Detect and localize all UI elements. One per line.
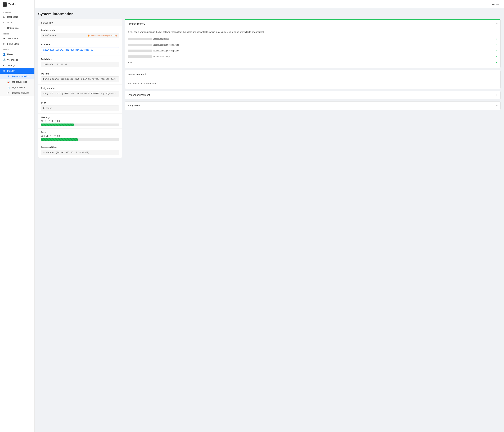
users-icon: 👤 <box>3 53 6 55</box>
sidebar-item-settings[interactable]: ⚙ Settings <box>0 63 35 68</box>
page-title: System information <box>38 12 501 16</box>
permission-row: /zealot/zealot/tmp✓ <box>128 54 498 60</box>
monitor-submenu: ℹ System information 📊 Background jobs 📄… <box>0 74 35 96</box>
permission-check-icon: ✓ <box>495 49 498 53</box>
blurred-path <box>128 55 152 58</box>
memory-progress-bg <box>41 123 119 126</box>
apps-icon: ⊙ <box>3 21 6 24</box>
disk-value: 224 GB / 477 GB <box>41 135 119 137</box>
file-permissions-toggle[interactable]: − <box>496 22 498 26</box>
database-icon: 🗄 <box>7 92 10 94</box>
vcs-ref-label: VCS Ref <box>41 43 119 46</box>
zealot-version-section: Zealot version development 🔥 Found new v… <box>38 26 122 41</box>
permission-row: /zealot/zealot/public/backup✓ <box>128 42 498 48</box>
monitor-arrow: ▾ <box>31 70 32 72</box>
permission-list: /zealot/zealot/log✓/zealot/zealot/public… <box>128 36 498 65</box>
page-analytics-icon: 📄 <box>7 86 10 89</box>
main-area: ☰ Admin ▾ System information Server info… <box>35 0 504 432</box>
permission-check-icon: ✓ <box>495 43 498 46</box>
permission-row: /zealot/zealot/public/uploads✓ <box>128 48 498 54</box>
sidebar-item-label: Apps <box>7 21 12 24</box>
system-environment-title: System environment <box>128 93 150 96</box>
permission-check-icon: ✓ <box>495 61 498 64</box>
version-row: development 🔥 Found new version (dev mod… <box>41 33 119 38</box>
volume-mounted-toggle[interactable]: − <box>496 72 498 76</box>
sidebar-item-debug-files[interactable]: ✦ Debug files <box>0 25 35 31</box>
sidebar-item-label: Page analytics <box>11 86 25 89</box>
volume-fail-text: Fail to detect disk information <box>128 81 498 86</box>
build-date-label: Build date <box>41 58 119 60</box>
server-info-card: Server info Zealot version development 🔥… <box>38 19 122 158</box>
sidebar-item-label: Webhooks <box>7 59 18 61</box>
build-date-value: 2020-05-12 23:11:33 <box>41 62 119 67</box>
permission-path: /zealot/zealot/log <box>153 38 494 40</box>
permission-path: /zealot/zealot/tmp <box>153 55 494 58</box>
webhooks-icon: ⚓ <box>3 58 6 61</box>
cpu-label: CPU <box>41 101 119 104</box>
system-environment-header[interactable]: System environment + <box>125 91 500 99</box>
sidebar-item-background-jobs[interactable]: 📊 Background jobs <box>0 79 35 85</box>
file-permissions-body: If you see a warning icon in the list be… <box>125 28 500 68</box>
dashboard-icon: ⊞ <box>3 15 6 18</box>
sidebar-item-apps[interactable]: ⊙ Apps <box>0 19 35 25</box>
topbar-left: ☰ <box>38 2 41 6</box>
file-permissions-title: File permissions <box>128 22 145 25</box>
sidebar-item-page-analytics[interactable]: 📄 Page analytics <box>0 85 35 90</box>
logo-text: Zealot <box>8 3 17 6</box>
sidebar-item-label: Teardowns <box>7 37 18 40</box>
sidebar-item-database-analytics[interactable]: 🗄 Database analytics <box>0 90 35 96</box>
disk-progress-fill <box>41 138 78 141</box>
file-permissions-header[interactable]: File permissions − <box>125 19 500 28</box>
teardowns-icon: ◈ <box>3 37 6 40</box>
volume-mounted-header[interactable]: Volume mounted − <box>125 70 500 78</box>
server-info-header: Server info <box>38 19 122 26</box>
sidebar-item-label: Background jobs <box>11 81 27 83</box>
ruby-gems-toggle[interactable]: + <box>496 104 498 107</box>
zealot-version-label: Zealot version <box>41 29 119 31</box>
content-area: System information Server info Zealot ve… <box>35 8 504 432</box>
blurred-path <box>128 50 152 52</box>
system-environment-panel: System environment + <box>125 91 501 100</box>
hamburger-icon[interactable]: ☰ <box>38 2 41 6</box>
cpu-section: CPU 8 Cores <box>38 99 122 114</box>
logo-area[interactable]: Z Zealot <box>0 0 35 9</box>
os-info-section: OS info Darwin sanhuo-ql3x.local 20.6.0 … <box>38 70 122 84</box>
admin-section-label: Admin <box>0 46 35 51</box>
permission-row: /tmp✓ <box>128 60 498 65</box>
left-column: Server info Zealot version development 🔥… <box>38 19 122 158</box>
sidebar: Z Zealot Function ⊞ Dashboard ⊙ Apps ✦ D… <box>0 0 35 432</box>
debug-icon: ✦ <box>3 27 6 29</box>
monitor-menu-header[interactable]: ▦ Monitor ▾ <box>0 68 35 74</box>
admin-menu[interactable]: Admin ▾ <box>492 3 501 5</box>
sidebar-item-label: Fetch UDID <box>7 43 19 45</box>
sidebar-item-users[interactable]: 👤 Users <box>0 51 35 57</box>
right-column: File permissions − If you see a warning … <box>125 19 501 112</box>
admin-label: Admin <box>492 3 499 5</box>
ruby-gems-header[interactable]: Ruby Gems + <box>125 102 500 110</box>
memory-progress-fill <box>41 123 74 126</box>
sidebar-item-dashboard[interactable]: ⊞ Dashboard <box>0 14 35 19</box>
ruby-version-section: Ruby version ruby 2.7.2p137 (2020-10-01 … <box>38 84 122 99</box>
logo-icon: Z <box>3 2 7 7</box>
vcs-ref-value[interactable]: a227fd00b698da7374cb27c8c4adfa224bcc9768 <box>41 47 119 53</box>
function-section-label: Function <box>0 9 35 14</box>
sidebar-item-fetch-udid[interactable]: ◎ Fetch UDID <box>0 41 35 46</box>
fetch-udid-icon: ◎ <box>3 42 6 45</box>
settings-icon: ⚙ <box>3 64 6 67</box>
os-info-value: Darwin sanhuo-ql3x.local 20.6.0 Darwin K… <box>41 76 119 82</box>
sidebar-item-label: Database analytics <box>11 92 29 94</box>
sidebar-item-webhooks[interactable]: ⚓ Webhooks <box>0 57 35 63</box>
system-environment-toggle[interactable]: + <box>496 93 498 97</box>
sidebar-item-label: Dashboard <box>7 16 18 18</box>
memory-section: Memory 12 GB / 28.7 GB <box>38 114 122 129</box>
vcs-ref-section: VCS Ref a227fd00b698da7374cb27c8c4adfa22… <box>38 41 122 55</box>
permission-path: /zealot/zealot/public/backup <box>153 44 494 46</box>
version-badge: 🔥 Found new version (dev mode) <box>88 35 117 37</box>
monitor-icon: ▦ <box>3 69 6 72</box>
permission-row: /zealot/zealot/log✓ <box>128 36 498 42</box>
sidebar-item-teardowns[interactable]: ◈ Teardowns <box>0 36 35 41</box>
volume-mounted-title: Volume mounted <box>128 73 146 75</box>
sidebar-item-label: Settings <box>7 64 15 67</box>
disk-section: Disk 224 GB / 477 GB <box>38 129 122 143</box>
sidebar-item-system-information[interactable]: ℹ System information <box>0 74 35 79</box>
